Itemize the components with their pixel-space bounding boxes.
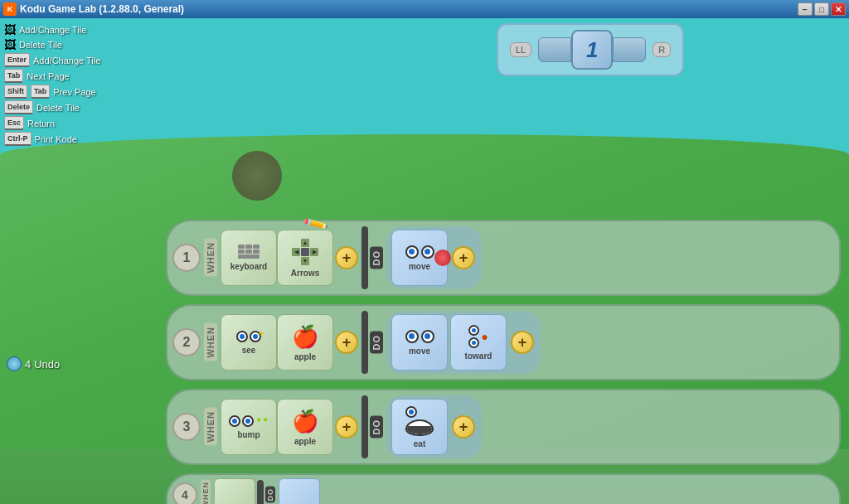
title-bar: K Kodu Game Lab (1.2.88.0, General) − □ … bbox=[0, 0, 849, 18]
keyboard-icon bbox=[238, 245, 260, 259]
when-label-4-partial: WHEN bbox=[201, 480, 211, 504]
when-plus-2[interactable]: + bbox=[335, 331, 358, 354]
shortcut-tab: Tab Next Page bbox=[4, 69, 100, 83]
when-plus-3[interactable]: + bbox=[335, 415, 358, 439]
do-section-3: eat + bbox=[386, 395, 482, 458]
apple-icon-2: 🍎 bbox=[292, 324, 318, 350]
do-section-1: move + bbox=[386, 226, 482, 289]
shortcut-enter: Enter Add/Change Tile bbox=[4, 53, 100, 67]
apple-label-2: apple bbox=[294, 352, 316, 361]
toward-label: toward bbox=[465, 351, 492, 361]
when-label-1: WHEN bbox=[204, 239, 217, 277]
minimize-button[interactable]: − bbox=[798, 2, 813, 16]
arrows-icon: ▲ ◀▶ ▼ bbox=[292, 239, 318, 265]
undo-label: Undo bbox=[34, 358, 60, 371]
do-plus-3[interactable]: + bbox=[452, 415, 475, 439]
move-label-2: move bbox=[409, 346, 430, 356]
undo-icon bbox=[7, 356, 22, 371]
app-icon: K bbox=[3, 2, 17, 16]
program-row-3: 3 WHEN ✦✦ bump 🍎 apple + DO bbox=[166, 389, 841, 465]
see-label: see bbox=[242, 346, 256, 355]
see-icon: ✦ bbox=[236, 331, 261, 342]
character-sprite bbox=[232, 151, 282, 201]
shortcut-delete: Delete Delete Tile bbox=[4, 100, 100, 114]
when-label-3: WHEN bbox=[204, 408, 217, 446]
divider-4 bbox=[257, 480, 264, 504]
shortcut-ctrlp: Ctrl-P Print Kode bbox=[4, 132, 100, 146]
window-controls: − □ ✕ bbox=[798, 2, 846, 16]
tile-move-2[interactable]: move bbox=[391, 314, 448, 371]
close-button[interactable]: ✕ bbox=[831, 2, 846, 16]
shortcut-esc: Esc Return bbox=[4, 116, 100, 130]
do-plus-1[interactable]: + bbox=[452, 246, 475, 269]
program-row-1: 1 WHEN keyboard ▲ ◀▶ ▼ Arrows + DO bbox=[166, 220, 841, 296]
undo-count: 4 bbox=[25, 358, 31, 371]
tile-apple-3[interactable]: 🍎 apple bbox=[277, 399, 333, 455]
controller-widget: LL 1 R bbox=[497, 23, 684, 76]
shortcut-shift-tab: Shift Tab Prev Page bbox=[4, 85, 100, 99]
program-row-2: 2 WHEN ✦ see 🍎 apple + DO bbox=[166, 304, 841, 380]
tile-eat[interactable]: eat bbox=[391, 399, 448, 455]
move-icon-1 bbox=[405, 245, 434, 259]
do-section-2: move ● toward + bbox=[386, 311, 541, 374]
red-indicator bbox=[434, 250, 451, 266]
when-plus-1[interactable]: + bbox=[335, 246, 358, 269]
controller-left-btn: LL bbox=[510, 42, 531, 57]
tile-partial-1[interactable] bbox=[214, 478, 255, 504]
keyboard-label: keyboard bbox=[230, 262, 267, 271]
tile-bump[interactable]: ✦✦ bump bbox=[221, 399, 277, 455]
tile-toward[interactable]: ● toward bbox=[450, 314, 507, 371]
arrows-label: Arrows bbox=[291, 269, 319, 278]
do-label-3: DO bbox=[370, 416, 383, 439]
tile-move-1[interactable]: move bbox=[391, 230, 448, 286]
do-plus-2[interactable]: + bbox=[511, 331, 534, 354]
window-title: Kodu Game Lab (1.2.88.0, General) bbox=[20, 3, 184, 15]
controller-display: LL 1 R bbox=[332, 23, 849, 76]
tile-partial-2[interactable] bbox=[279, 478, 320, 504]
tile-see[interactable]: ✦ see bbox=[221, 314, 277, 371]
program-area: 1 WHEN keyboard ▲ ◀▶ ▼ Arrows + DO bbox=[166, 220, 841, 504]
tile-arrows[interactable]: ▲ ◀▶ ▼ Arrows bbox=[277, 230, 333, 286]
row-number-1: 1 bbox=[172, 244, 201, 272]
program-row-4-partial: 4 WHEN DO bbox=[166, 473, 841, 504]
maximize-button[interactable]: □ bbox=[814, 2, 829, 16]
row-number-3: 3 bbox=[172, 413, 201, 441]
do-label-4-partial: DO bbox=[265, 487, 275, 503]
tile-apple-2[interactable]: 🍎 apple bbox=[277, 314, 333, 371]
move-label-1: move bbox=[409, 262, 430, 271]
section-divider-1 bbox=[361, 226, 368, 289]
section-divider-3 bbox=[361, 395, 368, 458]
controller-number: 1 bbox=[586, 37, 598, 63]
when-label-2: WHEN bbox=[204, 323, 217, 361]
toward-icon: ● bbox=[468, 325, 488, 348]
apple-icon-3: 🍎 bbox=[292, 409, 318, 434]
bump-icon: ✦✦ bbox=[229, 415, 269, 427]
apple-label-3: apple bbox=[294, 437, 316, 446]
section-divider-2 bbox=[361, 311, 368, 374]
move-icon-2 bbox=[405, 330, 434, 343]
row-number-4: 4 bbox=[172, 482, 197, 504]
row-number-2: 2 bbox=[172, 328, 201, 356]
controller-right-btn: R bbox=[653, 42, 671, 57]
do-label-1: DO bbox=[370, 247, 383, 269]
undo-button[interactable]: 4 Undo bbox=[7, 356, 60, 371]
do-label-2: DO bbox=[370, 332, 383, 354]
shortcut-add-tile-icon: 🖼 Add/Change Tile bbox=[4, 23, 100, 36]
eat-icon bbox=[405, 406, 434, 436]
shortcut-delete-tile-icon: 🖼 Delete Tile bbox=[4, 38, 100, 51]
shortcuts-panel: 🖼 Add/Change Tile 🖼 Delete Tile Enter Ad… bbox=[4, 23, 100, 148]
bump-label: bump bbox=[237, 430, 260, 439]
tile-keyboard[interactable]: keyboard bbox=[221, 230, 277, 286]
eat-label: eat bbox=[414, 439, 425, 448]
